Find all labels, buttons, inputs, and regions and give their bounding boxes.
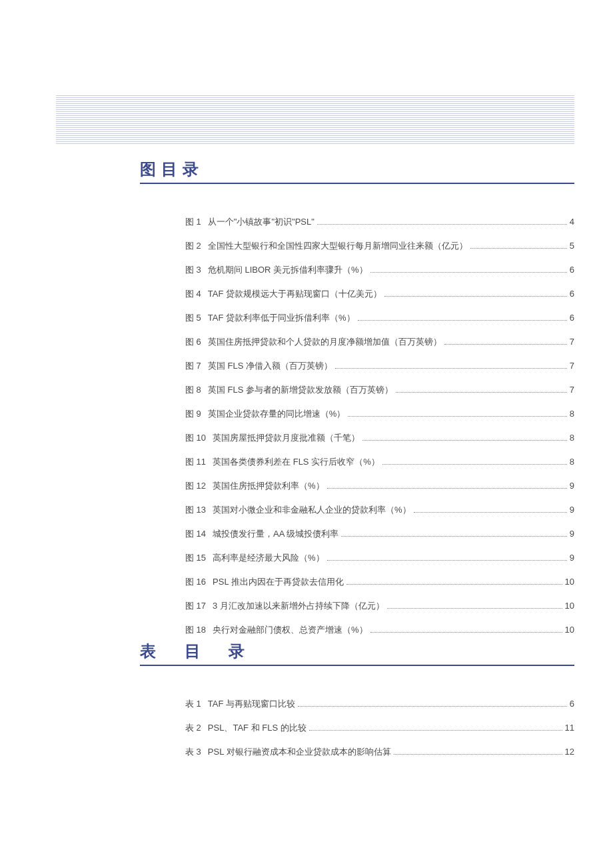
toc-row: 图 3危机期间 LIBOR 美元拆借利率骤升（%）6 (185, 264, 574, 276)
toc-entry-label: 图 15 (185, 552, 213, 564)
toc-entry-title: PSL 推出内因在于再贷款去信用化 (213, 576, 344, 588)
toc-entry-page: 9 (570, 481, 574, 491)
toc-entry-page: 6 (570, 289, 574, 299)
toc-row: 表 1TAF 与再贴现窗口比较6 (185, 698, 574, 710)
toc-leader-dots (394, 754, 562, 755)
page-content: 图目录 图 1从一个"小镇故事"初识"PSL"4图 2全国性大型银行和全国性四家… (140, 159, 574, 648)
toc-row: 图 10英国房屋抵押贷款月度批准额（千笔）8 (185, 432, 574, 444)
toc-entry-label: 图 11 (185, 456, 213, 468)
toc-leader-dots (327, 560, 567, 561)
toc-leader-dots (362, 440, 567, 441)
toc-entry-title: 高利率是经济最大风险（%） (213, 552, 324, 564)
toc-entry-page: 6 (570, 313, 574, 323)
toc-leader-dots (414, 512, 567, 513)
toc-entry-label: 表 1 (185, 698, 208, 710)
toc-entry-page: 8 (570, 409, 574, 419)
toc-entry-page: 4 (570, 217, 574, 227)
toc-row: 图 8英国 FLS 参与者的新增贷款发放额（百万英镑）7 (185, 384, 574, 396)
figures-toc-heading: 图目录 (140, 159, 574, 184)
toc-leader-dots (396, 392, 567, 393)
toc-row: 图 5TAF 贷款利率低于同业拆借利率（%）6 (185, 312, 574, 324)
toc-entry-title: 英国住房抵押贷款和个人贷款的月度净额增加值（百万英镑） (208, 336, 442, 348)
toc-entry-title: 危机期间 LIBOR 美元拆借利率骤升（%） (208, 264, 368, 276)
toc-entry-label: 图 17 (185, 600, 213, 612)
toc-entry-page: 12 (565, 747, 574, 757)
toc-entry-label: 图 2 (185, 240, 208, 252)
toc-entry-title: 英国企业贷款存量的同比增速（%） (208, 408, 346, 420)
toc-entry-label: 表 2 (185, 722, 208, 734)
toc-leader-dots (370, 632, 562, 633)
tables-toc-list: 表 1TAF 与再贴现窗口比较6表 2PSL、TAF 和 FLS 的比较11表 … (185, 698, 574, 758)
toc-entry-page: 9 (570, 505, 574, 515)
toc-row: 图 1从一个"小镇故事"初识"PSL"4 (185, 216, 574, 228)
tables-toc-heading: 表 目 录 (140, 641, 574, 666)
toc-entry-page: 7 (570, 337, 574, 347)
toc-entry-page: 11 (565, 723, 574, 733)
toc-entry-label: 图 12 (185, 480, 213, 492)
toc-leader-dots (358, 320, 567, 321)
toc-entry-page: 6 (570, 265, 574, 275)
toc-entry-page: 6 (570, 699, 574, 709)
toc-row: 图 11英国各类债券利差在 FLS 实行后收窄（%）8 (185, 456, 574, 468)
toc-entry-label: 图 9 (185, 408, 208, 420)
toc-entry-page: 8 (570, 433, 574, 443)
toc-row: 图 12英国住房抵押贷款利率（%）9 (185, 480, 574, 492)
toc-row: 图 18央行对金融部门债权、总资产增速（%）10 (185, 624, 574, 636)
toc-entry-page: 8 (570, 457, 574, 467)
toc-entry-page: 5 (570, 241, 574, 251)
tables-section: 表 目 录 表 1TAF 与再贴现窗口比较6表 2PSL、TAF 和 FLS 的… (140, 641, 574, 770)
toc-row: 图 15高利率是经济最大风险（%）9 (185, 552, 574, 564)
toc-entry-title: PSL、TAF 和 FLS 的比较 (208, 722, 306, 734)
toc-leader-dots (382, 464, 567, 465)
toc-row: 图 173 月汇改加速以来新增外占持续下降（亿元）10 (185, 600, 574, 612)
toc-leader-dots (348, 416, 566, 417)
toc-entry-title: 全国性大型银行和全国性四家大型银行每月新增同业往来额（亿元） (208, 240, 468, 252)
toc-row: 图 7英国 FLS 净借入额（百万英镑）7 (185, 360, 574, 372)
toc-entry-title: 英国 FLS 参与者的新增贷款发放额（百万英镑） (208, 384, 393, 396)
toc-entry-label: 图 14 (185, 528, 213, 540)
toc-row: 图 4TAF 贷款规模远大于再贴现窗口（十亿美元）6 (185, 288, 574, 300)
toc-entry-title: 英国各类债券利差在 FLS 实行后收窄（%） (213, 456, 380, 468)
toc-row: 图 9英国企业贷款存量的同比增速（%）8 (185, 408, 574, 420)
toc-entry-title: PSL 对银行融资成本和企业贷款成本的影响估算 (208, 746, 391, 758)
toc-entry-title: 3 月汇改加速以来新增外占持续下降（亿元） (213, 600, 384, 612)
toc-entry-title: 英国住房抵押贷款利率（%） (213, 480, 324, 492)
toc-leader-dots (387, 608, 562, 609)
toc-entry-page: 10 (565, 577, 574, 587)
toc-leader-dots (317, 224, 567, 225)
toc-leader-dots (370, 272, 567, 273)
toc-entry-title: TAF 贷款规模远大于再贴现窗口（十亿美元） (208, 288, 382, 300)
toc-entry-page: 7 (570, 361, 574, 371)
toc-entry-title: TAF 贷款利率低于同业拆借利率（%） (208, 312, 355, 324)
toc-entry-page: 10 (565, 625, 574, 635)
toc-entry-title: 英国对小微企业和非金融私人企业的贷款利率（%） (213, 504, 411, 516)
figures-toc-list: 图 1从一个"小镇故事"初识"PSL"4图 2全国性大型银行和全国性四家大型银行… (185, 216, 574, 636)
toc-entry-label: 图 1 (185, 216, 208, 228)
toc-leader-dots (298, 706, 567, 707)
toc-entry-title: 英国房屋抵押贷款月度批准额（千笔） (213, 432, 360, 444)
toc-entry-label: 图 16 (185, 576, 213, 588)
toc-entry-page: 9 (570, 529, 574, 539)
toc-leader-dots (384, 296, 567, 297)
header-decorative-band (56, 95, 574, 145)
toc-row: 图 16PSL 推出内因在于再贷款去信用化10 (185, 576, 574, 588)
toc-entry-label: 图 5 (185, 312, 208, 324)
toc-row: 表 2PSL、TAF 和 FLS 的比较11 (185, 722, 574, 734)
toc-row: 图 13英国对小微企业和非金融私人企业的贷款利率（%）9 (185, 504, 574, 516)
toc-entry-title: 英国 FLS 净借入额（百万英镑） (208, 360, 332, 372)
toc-entry-label: 图 18 (185, 624, 213, 636)
toc-row: 图 6英国住房抵押贷款和个人贷款的月度净额增加值（百万英镑）7 (185, 336, 574, 348)
toc-entry-label: 图 8 (185, 384, 208, 396)
toc-row: 图 2全国性大型银行和全国性四家大型银行每月新增同业往来额（亿元）5 (185, 240, 574, 252)
toc-leader-dots (470, 248, 567, 249)
toc-leader-dots (335, 368, 567, 369)
toc-entry-label: 图 10 (185, 432, 213, 444)
toc-leader-dots (346, 584, 562, 585)
toc-entry-title: 从一个"小镇故事"初识"PSL" (208, 216, 314, 228)
toc-entry-label: 图 7 (185, 360, 208, 372)
toc-entry-label: 图 3 (185, 264, 208, 276)
toc-leader-dots (309, 730, 562, 731)
toc-entry-title: TAF 与再贴现窗口比较 (208, 698, 295, 710)
toc-leader-dots (341, 536, 566, 537)
toc-entry-page: 10 (565, 601, 574, 611)
